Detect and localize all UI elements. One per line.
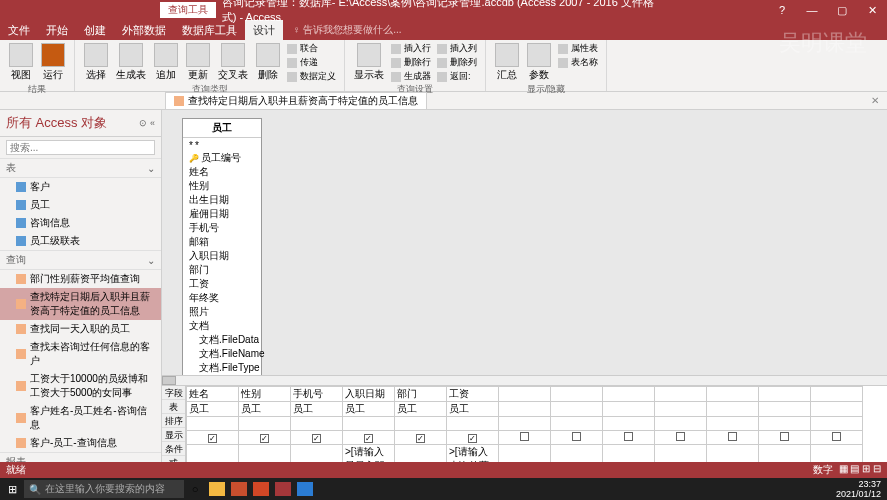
entity-subfield[interactable]: 文档.FileType [187,361,257,375]
document-tab[interactable]: 查找特定日期后入职并且薪资高于特定值的员工信息 [165,92,427,109]
design-canvas[interactable]: 员工 *员工编号姓名性别出生日期雇佣日期手机号邮箱入职日期部门工资年终奖照片文档… [162,110,887,375]
grid-cell[interactable] [343,431,395,445]
tell-me-search[interactable]: ♀ 告诉我您想要做什么... [293,23,402,37]
grid-cell[interactable] [447,431,499,445]
grid-cell[interactable] [187,417,239,431]
entity-table[interactable]: 员工 *员工编号姓名性别出生日期雇佣日期手机号邮箱入职日期部门工资年终奖照片文档… [182,118,262,375]
nav-item-query[interactable]: 查找同一天入职的员工 [0,320,161,338]
nav-item-table[interactable]: 咨询信息 [0,214,161,232]
select-query-button[interactable]: 选择 [81,42,111,83]
tablenames-button[interactable]: 表名称 [556,56,600,69]
grid-cell[interactable] [759,431,811,445]
help-button[interactable]: ? [767,0,797,20]
insertcol-button[interactable]: 插入列 [435,42,479,55]
close-tab-button[interactable]: ✕ [871,95,879,106]
grid-cell[interactable] [499,431,551,445]
task-cortana[interactable]: ○ [184,478,206,500]
datadef-button[interactable]: 数据定义 [285,70,338,83]
totals-button[interactable]: 汇总 [492,42,522,83]
nav-item-query[interactable]: 客户姓名-员工姓名-咨询信息 [0,402,161,434]
entity-field[interactable]: 年终奖 [187,291,257,305]
show-checkbox[interactable] [208,434,217,443]
grid-cell[interactable]: 员工 [187,402,239,417]
nav-item-query[interactable]: 客户-员工-查询信息 [0,434,161,452]
nav-header[interactable]: 所有 Access 对象 ⊙ « [0,110,161,137]
start-button[interactable]: ⊞ [0,478,24,500]
nav-group-queries[interactable]: 查询⌄ [0,250,161,270]
view-switcher[interactable]: ▦ ▤ ⊞ ⊟ [839,463,881,477]
grid-cell[interactable] [343,417,395,431]
grid-cell[interactable] [239,417,291,431]
system-tray[interactable]: 23:37 2021/01/12 [830,479,887,499]
nav-item-query[interactable]: 工资大于10000的员级博和工资大于5000的女同事 [0,370,161,402]
union-button[interactable]: 联合 [285,42,338,55]
builder-button[interactable]: 生成器 [389,70,433,83]
deleterow-button[interactable]: 删除行 [389,56,433,69]
grid-cell[interactable] [707,402,759,417]
task-explorer[interactable] [209,482,225,496]
entity-field[interactable]: 雇佣日期 [187,207,257,221]
task-access[interactable] [275,482,291,496]
grid-cell[interactable] [759,402,811,417]
nav-item-table[interactable]: 员工级联表 [0,232,161,250]
show-checkbox[interactable] [572,432,581,441]
update-button[interactable]: 更新 [183,42,213,83]
grid-cell[interactable]: 员工 [395,402,447,417]
nav-item-table[interactable]: 员工 [0,196,161,214]
grid-cell[interactable] [759,387,811,402]
view-button[interactable]: 视图 [6,42,36,83]
show-checkbox[interactable] [832,432,841,441]
grid-cell[interactable] [551,402,603,417]
nav-group-tables[interactable]: 表⌄ [0,158,161,178]
grid-cell[interactable] [395,431,447,445]
grid-cell[interactable] [499,387,551,402]
grid-cell[interactable] [603,387,655,402]
crosstab-button[interactable]: 交叉表 [215,42,251,83]
grid-cell[interactable] [707,417,759,431]
delete-query-button[interactable]: 删除 [253,42,283,83]
entity-field[interactable]: 部门 [187,263,257,277]
entity-field[interactable]: 照片 [187,305,257,319]
show-checkbox[interactable] [624,432,633,441]
grid-cell[interactable] [603,402,655,417]
entity-field[interactable]: 入职日期 [187,249,257,263]
grid-cell[interactable] [447,417,499,431]
grid-cell[interactable]: 姓名 [187,387,239,402]
show-checkbox[interactable] [416,434,425,443]
entity-field[interactable]: 性别 [187,179,257,193]
task-app-2[interactable] [297,482,313,496]
grid-cell[interactable] [603,417,655,431]
menu-home[interactable]: 开始 [38,20,76,40]
grid-cell[interactable]: 入职日期 [343,387,395,402]
entity-field[interactable]: 员工编号 [187,151,257,165]
entity-field[interactable]: 手机号 [187,221,257,235]
maketable-button[interactable]: 生成表 [113,42,149,83]
show-checkbox[interactable] [520,432,529,441]
minimize-button[interactable]: — [797,0,827,20]
close-button[interactable]: ✕ [857,0,887,20]
params-button[interactable]: 参数 [524,42,554,83]
task-app-1[interactable] [231,482,247,496]
grid-cell[interactable] [759,417,811,431]
nav-item-query[interactable]: 部门性别薪资平均值查询 [0,270,161,288]
append-button[interactable]: 追加 [151,42,181,83]
menu-external[interactable]: 外部数据 [114,20,174,40]
grid-cell[interactable]: 员工 [343,402,395,417]
grid-cell[interactable]: 部门 [395,387,447,402]
menu-create[interactable]: 创建 [76,20,114,40]
grid-cell[interactable] [655,417,707,431]
grid-cell[interactable] [603,431,655,445]
entity-subfield[interactable]: 文档.FileName [187,347,257,361]
show-checkbox[interactable] [312,434,321,443]
grid-cell[interactable]: 手机号 [291,387,343,402]
entity-subfield[interactable]: 文档.FileData [187,333,257,347]
grid-cell[interactable]: 员工 [447,402,499,417]
maximize-button[interactable]: ▢ [827,0,857,20]
nav-search-input[interactable] [6,140,155,155]
grid-cell[interactable] [551,417,603,431]
grid-cell[interactable] [291,431,343,445]
taskbar-search[interactable]: 🔍 在这里输入你要搜索的内容 [24,480,184,498]
show-checkbox[interactable] [728,432,737,441]
grid-cell[interactable]: 性别 [239,387,291,402]
grid-cell[interactable] [707,387,759,402]
